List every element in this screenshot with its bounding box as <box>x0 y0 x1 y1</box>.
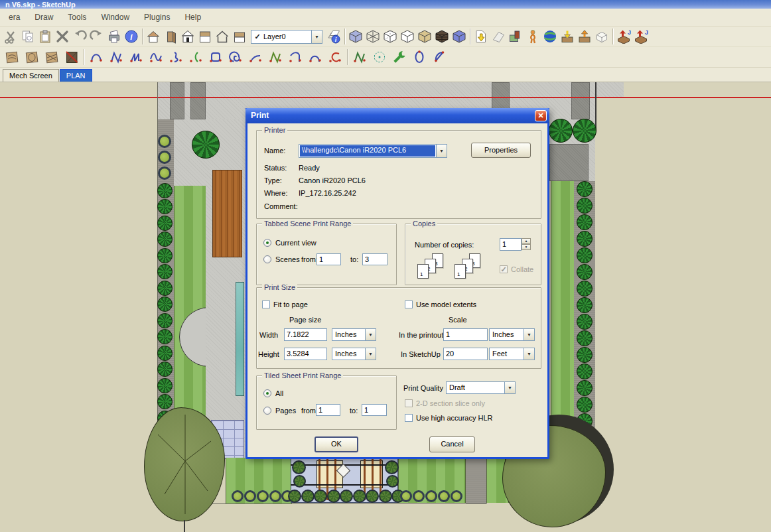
undo-icon[interactable] <box>71 27 88 46</box>
bezier-hook-icon[interactable] <box>285 48 305 66</box>
scenes-to-input[interactable]: 3 <box>362 253 387 265</box>
bezier-rounded-rect-icon[interactable] <box>206 48 226 66</box>
menu-plugins[interactable]: Plugins <box>137 11 177 24</box>
cut-icon[interactable] <box>2 27 19 46</box>
scenes-radio[interactable] <box>263 255 271 263</box>
bezier-n-curve-icon[interactable] <box>106 48 126 66</box>
house-front-tool-icon[interactable] <box>179 27 196 46</box>
floor-tool-icon[interactable] <box>231 27 248 46</box>
in-printout-input[interactable]: 1 <box>443 328 488 341</box>
hlr-label[interactable]: Use high accuracy HLR <box>416 414 493 422</box>
window-titlebar[interactable]: n V6.skp - SketchUp <box>0 0 771 9</box>
monochrome-face-style-icon[interactable] <box>451 27 468 46</box>
drape-tool-icon[interactable] <box>62 48 82 66</box>
google-earth-icon[interactable] <box>541 27 559 46</box>
layers-manager-icon[interactable]: i <box>325 27 342 46</box>
spin-down-icon[interactable]: ▼ <box>522 244 531 250</box>
chevron-down-icon[interactable]: ▼ <box>436 145 447 157</box>
walk-tool-icon[interactable] <box>524 27 541 46</box>
hidden-line-face-style-icon[interactable] <box>399 27 416 46</box>
bezier-dome-icon[interactable] <box>305 48 325 66</box>
print-dialog-titlebar[interactable]: Print ✕ <box>245 108 549 123</box>
model-box-icon[interactable] <box>593 27 610 46</box>
bezier-wave-icon[interactable] <box>146 48 166 66</box>
section-plane-icon[interactable] <box>490 27 507 46</box>
menu-draw[interactable]: Draw <box>27 11 60 24</box>
printout-unit-select[interactable]: Inches ▼ <box>489 328 535 341</box>
properties-button[interactable]: Properties <box>471 143 531 158</box>
bezier-c-curve-icon[interactable] <box>325 48 345 66</box>
export-2d-graphic-icon[interactable] <box>472 27 490 46</box>
smoove-tool-icon[interactable] <box>42 48 62 66</box>
tab-mech-screen[interactable]: Mech Screen <box>3 69 59 82</box>
all-pages-radio[interactable] <box>263 389 271 397</box>
make-component-icon[interactable] <box>145 27 162 46</box>
edge-tool-partial-icon[interactable]: J <box>632 27 650 46</box>
chevron-down-icon[interactable]: ▼ <box>504 382 515 393</box>
height-unit-select[interactable]: Inches ▼ <box>332 348 376 360</box>
wireframe-face-style-icon[interactable] <box>364 27 382 46</box>
pages-label[interactable]: Pages <box>275 407 296 415</box>
wall-tool-icon[interactable] <box>162 27 179 46</box>
photo-match-icon[interactable] <box>507 27 524 46</box>
xray-face-style-icon[interactable] <box>347 27 364 46</box>
chevron-down-icon[interactable]: ▼ <box>524 348 534 360</box>
current-view-label[interactable]: Current view <box>275 239 316 247</box>
pages-to-input[interactable]: 1 <box>362 404 387 416</box>
joint-push-pull-icon[interactable]: J <box>615 27 632 46</box>
print-icon[interactable] <box>105 27 123 46</box>
in-sketchup-input[interactable]: 20 <box>443 348 488 360</box>
width-input[interactable]: 7.1822 <box>284 328 327 341</box>
chevron-down-icon[interactable]: ▼ <box>365 348 376 360</box>
width-unit-select[interactable]: Inches ▼ <box>332 328 376 341</box>
house-outline-tool-icon[interactable] <box>214 27 231 46</box>
erase-icon[interactable] <box>54 27 71 46</box>
menu-help[interactable]: Help <box>177 11 208 24</box>
close-icon[interactable]: ✕ <box>535 110 547 121</box>
use-model-extents-label[interactable]: Use model extents <box>416 300 476 308</box>
current-view-radio[interactable] <box>263 239 271 247</box>
print-quality-select[interactable]: Draft ▼ <box>446 381 516 394</box>
bezier-arch-icon[interactable] <box>86 48 106 66</box>
shaded-face-style-icon[interactable] <box>416 27 433 46</box>
bezier-s-curve-icon[interactable] <box>166 48 186 66</box>
ok-button[interactable]: OK <box>315 436 358 452</box>
pages-from-input[interactable]: 1 <box>316 404 340 416</box>
all-pages-label[interactable]: All <box>275 389 283 397</box>
chevron-down-icon[interactable]: ▼ <box>524 329 534 340</box>
bezier-zigzag-icon[interactable] <box>126 48 146 66</box>
cancel-button[interactable]: Cancel <box>429 436 475 452</box>
arc-segment-tool-icon[interactable] <box>429 48 449 66</box>
height-input[interactable]: 3.5284 <box>284 348 327 360</box>
bezier-arc-green-icon[interactable] <box>186 48 206 66</box>
tab-plan[interactable]: PLAN <box>60 69 92 82</box>
get-models-icon[interactable] <box>559 27 576 46</box>
hlr-checkbox[interactable] <box>405 414 413 422</box>
chevron-down-icon[interactable]: ▼ <box>311 31 322 43</box>
redo-icon[interactable] <box>88 27 105 46</box>
copies-number-input[interactable]: 1 <box>500 238 522 251</box>
fit-to-page-label[interactable]: Fit to page <box>273 300 308 308</box>
roof-tool-icon[interactable] <box>196 27 214 46</box>
polygon-tool-icon[interactable] <box>370 48 389 66</box>
spin-up-icon[interactable]: ▲ <box>522 238 531 244</box>
share-models-icon[interactable] <box>576 27 593 46</box>
fit-to-page-checkbox[interactable] <box>262 300 270 308</box>
bz-convert-wrench-icon[interactable] <box>389 48 409 66</box>
menu-camera[interactable]: era <box>1 11 27 24</box>
bezier-spiral-icon[interactable] <box>226 48 245 66</box>
printer-name-select[interactable]: \\hallengdc\Canon iR2020 PCL6 ▼ <box>299 144 447 158</box>
scenes-label[interactable]: Scenes <box>275 255 300 263</box>
back-edges-face-style-icon[interactable] <box>382 27 399 46</box>
sketchup-unit-select[interactable]: Feet ▼ <box>489 348 535 360</box>
paste-icon[interactable] <box>36 27 54 46</box>
textured-face-style-icon[interactable] <box>433 27 451 46</box>
copy-icon[interactable] <box>19 27 36 46</box>
bezier-polyline-green-icon[interactable] <box>265 48 285 66</box>
layer-select[interactable]: ✓Layer0▼ <box>251 30 322 44</box>
menu-window[interactable]: Window <box>94 11 137 24</box>
bezier-arc-icon[interactable] <box>245 48 265 66</box>
pages-radio[interactable] <box>263 407 271 415</box>
copies-stepper[interactable]: ▲ ▼ <box>522 238 531 250</box>
scenes-from-input[interactable]: 1 <box>316 253 341 265</box>
